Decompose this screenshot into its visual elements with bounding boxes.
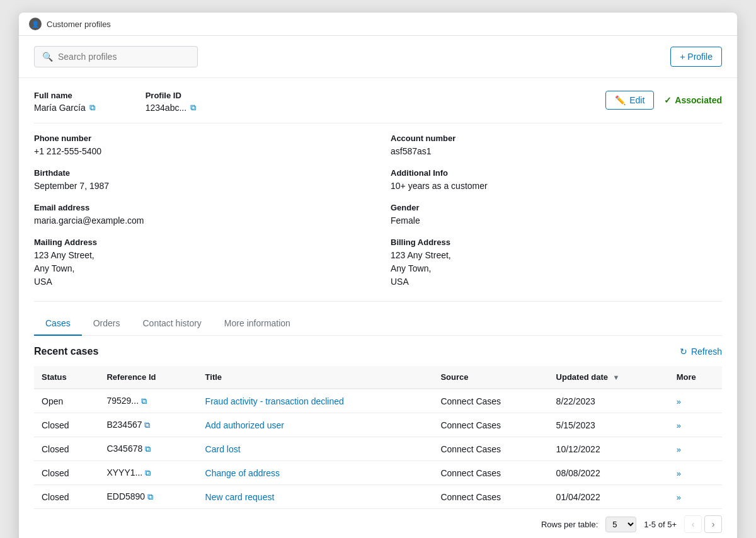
cell-title: Change of address xyxy=(198,461,433,485)
full-name-value: María García xyxy=(34,103,86,113)
table-row: Open 79529... ⧉ Fraud activity - transac… xyxy=(34,389,722,413)
profile-header-right: ✏️ Edit ✓ Associated xyxy=(605,91,722,110)
sort-icon: ▼ xyxy=(613,374,620,381)
rows-per-table-select[interactable]: 5 10 25 xyxy=(605,517,636,532)
cell-updated-date: 01/04/2022 xyxy=(549,485,669,509)
cell-status: Open xyxy=(34,389,99,413)
more-icon[interactable]: » xyxy=(677,397,681,406)
more-icon[interactable]: » xyxy=(677,421,681,430)
edit-label: Edit xyxy=(629,95,644,105)
detail-phone: Phone number +1 212-555-5400 xyxy=(34,134,365,158)
detail-birthdate: Birthdate September 7, 1987 xyxy=(34,168,365,193)
search-container[interactable]: 🔍 xyxy=(34,46,198,67)
edit-icon: ✏️ xyxy=(615,95,626,105)
case-title-link[interactable]: Add authorized user xyxy=(205,420,284,430)
table-row: Closed EDD5890 ⧉ New card request Connec… xyxy=(34,485,722,509)
cell-title: New card request xyxy=(198,485,433,509)
refresh-label: Refresh xyxy=(691,346,722,357)
main-window: 👤 Customer profiles 🔍 + Profile Full nam… xyxy=(19,13,737,538)
copy-ref-icon[interactable]: ⧉ xyxy=(141,396,147,406)
mailing-value: 123 Any Street,Any Town,USA xyxy=(34,249,365,289)
table-row: Closed C345678 ⧉ Card lost Connect Cases… xyxy=(34,437,722,461)
associated-badge: ✓ Associated xyxy=(664,95,722,105)
cell-more: » xyxy=(669,413,722,437)
tab-cases[interactable]: Cases xyxy=(34,312,82,336)
cell-source: Connect Cases xyxy=(433,461,548,485)
next-page-button[interactable]: › xyxy=(704,515,722,533)
table-row: Closed XYYY1... ⧉ Change of address Conn… xyxy=(34,461,722,485)
full-name-copy-icon[interactable]: ⧉ xyxy=(89,103,95,113)
cell-source: Connect Cases xyxy=(433,437,548,461)
copy-ref-icon[interactable]: ⧉ xyxy=(145,444,151,454)
cell-title: Card lost xyxy=(198,437,433,461)
detail-mailing: Mailing Address 123 Any Street,Any Town,… xyxy=(34,238,365,289)
detail-email: Email address maria.garcia@example.com xyxy=(34,203,365,227)
detail-gender: Gender Female xyxy=(391,203,722,227)
case-title-link[interactable]: Fraud activity - transaction declined xyxy=(205,396,344,406)
profile-id-value: 1234abc... xyxy=(146,103,186,113)
edit-button[interactable]: ✏️ Edit xyxy=(605,91,654,110)
detail-billing: Billing Address 123 Any Street,Any Town,… xyxy=(391,238,722,289)
gender-value: Female xyxy=(391,214,722,227)
col-status: Status xyxy=(34,366,99,389)
add-profile-button[interactable]: + Profile xyxy=(670,47,722,67)
additional-info-value: 10+ years as a customer xyxy=(391,180,722,193)
tab-orders[interactable]: Orders xyxy=(82,312,132,336)
tab-contact-history[interactable]: Contact history xyxy=(131,312,212,336)
billing-label: Billing Address xyxy=(391,238,722,247)
cell-status: Closed xyxy=(34,461,99,485)
cell-source: Connect Cases xyxy=(433,485,548,509)
col-updated-date[interactable]: Updated date ▼ xyxy=(549,366,669,389)
check-icon: ✓ xyxy=(664,95,672,105)
case-title-link[interactable]: Card lost xyxy=(205,444,241,454)
copy-ref-icon[interactable]: ⧉ xyxy=(144,420,150,430)
cell-source: Connect Cases xyxy=(433,413,548,437)
col-reference-id: Reference Id xyxy=(99,366,197,389)
copy-ref-icon[interactable]: ⧉ xyxy=(147,492,153,502)
full-name-value-row: María García ⧉ xyxy=(34,103,95,113)
case-title-link[interactable]: Change of address xyxy=(205,468,280,478)
birthdate-label: Birthdate xyxy=(34,168,365,178)
profile-header: Full name María García ⧉ Profile ID 1234… xyxy=(34,91,722,123)
table-header-row: Status Reference Id Title Source Updated… xyxy=(34,366,722,389)
table-footer: Rows per table: 5 10 25 1-5 of 5+ ‹ › xyxy=(34,509,722,535)
section-header: Recent cases ↻ Refresh xyxy=(34,346,722,357)
refresh-icon: ↻ xyxy=(680,346,687,357)
add-profile-label: + Profile xyxy=(680,52,713,62)
mailing-label: Mailing Address xyxy=(34,238,365,247)
search-input[interactable] xyxy=(58,52,190,62)
search-icon: 🔍 xyxy=(42,52,53,62)
associated-label: Associated xyxy=(675,95,722,105)
copy-ref-icon[interactable]: ⧉ xyxy=(145,468,151,478)
recent-cases-section: Recent cases ↻ Refresh Status Reference … xyxy=(34,346,722,535)
cases-table: Status Reference Id Title Source Updated… xyxy=(34,366,722,509)
page-info: 1-5 of 5+ xyxy=(644,520,677,529)
tab-more-information[interactable]: More information xyxy=(213,312,302,336)
gender-label: Gender xyxy=(391,203,722,212)
more-icon[interactable]: » xyxy=(677,469,681,478)
account-label: Account number xyxy=(391,134,722,143)
cell-title: Fraud activity - transaction declined xyxy=(198,389,433,413)
prev-page-button[interactable]: ‹ xyxy=(684,515,702,533)
profile-id-copy-icon[interactable]: ⧉ xyxy=(190,103,196,113)
birthdate-value: September 7, 1987 xyxy=(34,180,365,193)
rows-per-table-label: Rows per table: xyxy=(541,520,598,529)
cell-updated-date: 10/12/2022 xyxy=(549,437,669,461)
refresh-button[interactable]: ↻ Refresh xyxy=(680,346,722,357)
profile-header-left: Full name María García ⧉ Profile ID 1234… xyxy=(34,91,196,113)
cell-ref-id: C345678 ⧉ xyxy=(99,437,197,461)
profile-id-label: Profile ID xyxy=(146,91,196,100)
profile-details: Phone number +1 212-555-5400 Account num… xyxy=(34,134,722,302)
more-icon[interactable]: » xyxy=(677,445,681,454)
cell-updated-date: 5/15/2023 xyxy=(549,413,669,437)
cell-more: » xyxy=(669,485,722,509)
case-title-link[interactable]: New card request xyxy=(205,492,275,502)
tabs-bar: Cases Orders Contact history More inform… xyxy=(34,312,722,336)
more-icon[interactable]: » xyxy=(677,493,681,502)
cell-ref-id: EDD5890 ⧉ xyxy=(99,485,197,509)
phone-label: Phone number xyxy=(34,134,365,143)
full-name-group: Full name María García ⧉ xyxy=(34,91,95,113)
col-title: Title xyxy=(198,366,433,389)
account-value: asf587as1 xyxy=(391,145,722,158)
col-source: Source xyxy=(433,366,548,389)
